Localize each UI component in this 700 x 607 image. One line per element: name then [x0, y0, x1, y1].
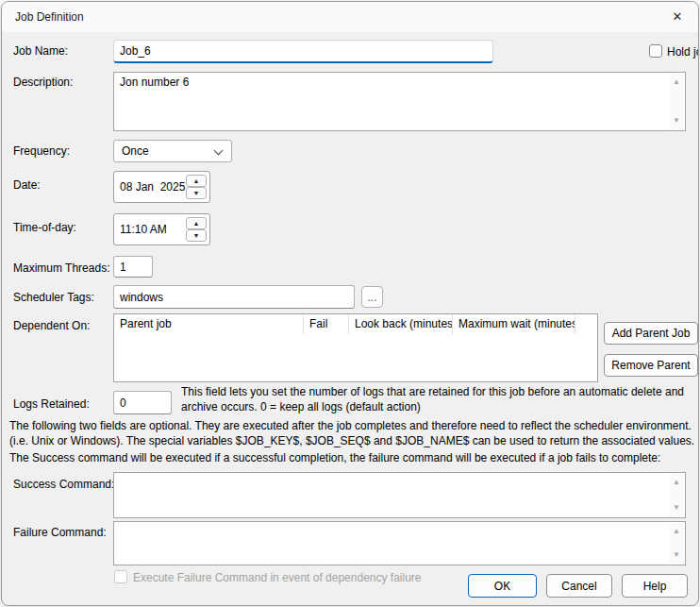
- time-of-day-label: Time-of-day:: [13, 221, 76, 234]
- scroll-up-icon[interactable]: ▲: [669, 478, 684, 487]
- success-command-scrollbar: ▲ ▼: [669, 474, 684, 516]
- cancel-button[interactable]: Cancel: [546, 574, 612, 598]
- time-of-day-spinner[interactable]: 11:10 AM ▲ ▼: [113, 213, 210, 245]
- time-of-day-value: 11:10 AM: [120, 223, 167, 236]
- scroll-down-icon[interactable]: ▼: [669, 550, 684, 560]
- help-button[interactable]: Help: [622, 574, 688, 598]
- description-label: Description:: [13, 76, 73, 89]
- maximum-threads-input[interactable]: [113, 256, 153, 278]
- titlebar: Job Definition ✕: [2, 2, 698, 32]
- remove-parent-button[interactable]: Remove Parent: [604, 354, 698, 377]
- scheduler-tags-input[interactable]: [113, 285, 355, 309]
- date-label: Date:: [13, 178, 41, 192]
- description-text: Jon number 6: [120, 76, 666, 128]
- success-command-textarea[interactable]: ▲ ▼: [113, 472, 686, 518]
- logs-retained-input[interactable]: [113, 391, 172, 414]
- date-spin-down-icon[interactable]: ▼: [186, 187, 207, 199]
- logs-retained-help-text: This field lets you set the number of lo…: [181, 384, 698, 414]
- ok-button[interactable]: OK: [468, 574, 537, 598]
- success-command-text: [120, 476, 666, 515]
- window-title: Job Definition: [15, 10, 84, 24]
- frequency-select[interactable]: Once: [113, 140, 232, 162]
- date-spinner[interactable]: 08 Jan 2025 ▲ ▼: [113, 171, 210, 203]
- column-header-maximum-wait[interactable]: Maximum wait (minutes): [453, 314, 575, 334]
- description-textarea[interactable]: Jon number 6 ▲ ▼: [113, 72, 686, 131]
- failure-command-scrollbar: ▲ ▼: [669, 523, 684, 564]
- job-name-label: Job Name:: [13, 44, 68, 58]
- failure-command-label: Failure Command:: [13, 526, 107, 539]
- date-value: 08 Jan 2025: [120, 180, 185, 194]
- frequency-label: Frequency:: [13, 144, 70, 158]
- job-name-input[interactable]: [113, 40, 493, 63]
- column-header-parent-job[interactable]: Parent job: [114, 314, 304, 334]
- hold-job-label: Hold job: [667, 45, 699, 59]
- date-spin-up-icon[interactable]: ▲: [186, 175, 207, 187]
- command-execution-note: The Success command will be executed if …: [9, 450, 697, 465]
- maximum-threads-label: Maximum Threads:: [13, 261, 109, 275]
- dependent-on-list[interactable]: Parent job Fail Look back (minutes) Maxi…: [113, 313, 598, 382]
- scroll-up-icon[interactable]: ▲: [669, 527, 684, 536]
- optional-fields-note: The following two fields are optional. T…: [9, 418, 697, 448]
- job-definition-dialog: Job Definition ✕ Job Name: Hold job Desc…: [1, 1, 699, 606]
- column-header-look-back[interactable]: Look back (minutes): [349, 314, 453, 334]
- column-header-spacer: [575, 314, 597, 334]
- dependency-failure-label: Execute Failure Command in event of depe…: [133, 571, 422, 584]
- frequency-value: Once: [122, 144, 149, 158]
- scheduler-tags-label: Scheduler Tags:: [13, 291, 94, 304]
- chevron-down-icon: [214, 146, 224, 156]
- failure-command-textarea[interactable]: ▲ ▼: [113, 521, 686, 565]
- dependent-on-list-body[interactable]: [114, 334, 597, 381]
- dependent-on-label: Dependent On:: [13, 319, 90, 332]
- hold-job-checkbox[interactable]: [649, 44, 662, 58]
- scroll-down-icon[interactable]: ▼: [669, 116, 684, 126]
- column-header-fail[interactable]: Fail: [304, 314, 349, 334]
- failure-command-text: [120, 525, 666, 563]
- scroll-down-icon[interactable]: ▼: [669, 503, 684, 513]
- time-spin-down-icon[interactable]: ▼: [186, 229, 207, 242]
- scheduler-tags-browse-button[interactable]: ...: [361, 286, 383, 308]
- logs-retained-label: Logs Retained:: [13, 397, 90, 411]
- add-parent-job-button[interactable]: Add Parent Job: [604, 322, 698, 345]
- success-command-label: Success Command:: [13, 478, 114, 491]
- scroll-up-icon[interactable]: ▲: [669, 77, 684, 87]
- dependent-on-list-header: Parent job Fail Look back (minutes) Maxi…: [114, 314, 597, 334]
- dependency-failure-checkbox: [114, 570, 127, 583]
- description-scrollbar: ▲ ▼: [669, 74, 684, 129]
- time-spin-up-icon[interactable]: ▲: [186, 217, 207, 229]
- close-icon[interactable]: ✕: [669, 8, 686, 25]
